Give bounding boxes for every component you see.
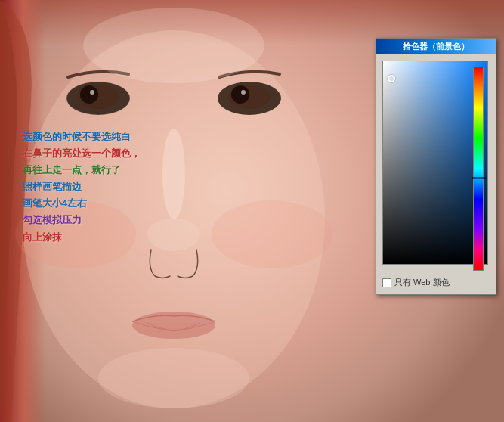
panel-body: 只有 Web 颜色 bbox=[376, 54, 496, 294]
tutorial-annotation: 选颜色的时候不要选纯白 在鼻子的亮处选一个颜色， 再往上走一点，就行了 照样画笔… bbox=[23, 129, 141, 246]
annotation-line-5: 画笔大小4左右 bbox=[23, 195, 141, 212]
web-color-label: 只有 Web 颜色 bbox=[394, 277, 450, 288]
annotation-line-1: 选颜色的时候不要选纯白 bbox=[23, 129, 141, 145]
hue-indicator bbox=[472, 177, 486, 179]
hue-bar-container bbox=[473, 67, 484, 271]
annotation-line-2: 在鼻子的亮处选一个颜色， bbox=[23, 145, 141, 162]
color-gradient-box[interactable] bbox=[382, 61, 488, 265]
annotation-line-7: 向上涂抹 bbox=[23, 229, 141, 246]
color-picker-panel: 拾色器（前景色） 只有 Web 颜色 bbox=[376, 38, 496, 295]
annotation-line-4: 照样画笔描边 bbox=[23, 178, 141, 195]
hue-bar[interactable] bbox=[473, 67, 484, 271]
annotation-line-3: 再往上走一点，就行了 bbox=[23, 162, 141, 178]
color-picker-circle[interactable] bbox=[388, 75, 395, 82]
annotation-line-6: 勾选模拟压力 bbox=[23, 212, 141, 228]
panel-titlebar[interactable]: 拾色器（前景色） bbox=[376, 39, 496, 54]
panel-title: 拾色器（前景色） bbox=[403, 41, 469, 52]
web-color-row: 只有 Web 颜色 bbox=[382, 277, 490, 288]
web-color-checkbox[interactable] bbox=[382, 278, 391, 287]
